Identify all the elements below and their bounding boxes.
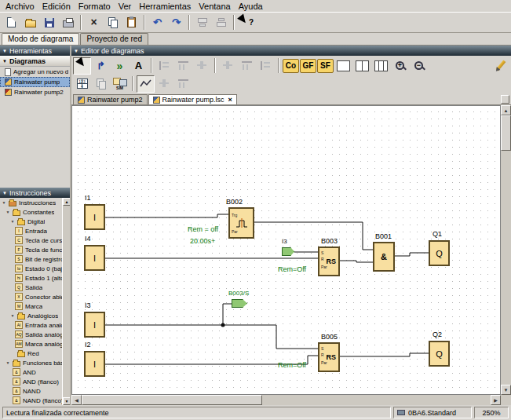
vertical-scroll-thumb[interactable] [501, 115, 511, 151]
redo-button[interactable]: ↷ [167, 14, 185, 31]
block-B001[interactable]: & [373, 242, 395, 272]
tree-item-and-flanco[interactable]: &AND (flanco) [0, 377, 62, 386]
tab-network-project[interactable]: Proyecto de red [80, 33, 148, 45]
tree-item-tecla-funcion[interactable]: FTecla de función [0, 245, 62, 254]
simulation-start-button[interactable]: » [111, 57, 129, 75]
distribute-vertical-icon [242, 61, 252, 70]
connector-tool-button[interactable]: ↱ [92, 57, 110, 75]
device-status-cell[interactable]: 0BA6.Standard [393, 407, 472, 418]
toolbar-separator [278, 58, 279, 73]
tree-item-estado-0[interactable]: loEstado 0 (bajo) [0, 264, 62, 273]
doc-tab-rainwater-pump-lsc[interactable]: Rainwater pump.lsc × [148, 94, 237, 104]
instructions-panel-header[interactable]: ▼ Instrucciones [0, 188, 70, 198]
block-I4[interactable]: I [84, 245, 105, 271]
basic-functions-gf-button[interactable]: GF [300, 59, 316, 73]
document-tab-bar: Rainwater pump2 Rainwater pump.lsc × [71, 93, 511, 105]
edit-pen-button[interactable] [491, 57, 509, 75]
tree-item-marca[interactable]: MMarca [0, 301, 62, 311]
tree-item-analogicos[interactable]: ▼Analógicos [0, 311, 62, 320]
tree-scrollbar[interactable]: ▲ ▼ [62, 198, 70, 405]
zoom-out-button[interactable]: − [410, 57, 428, 75]
menu-archivo[interactable]: Archivo [2, 2, 38, 11]
special-functions-sf-button[interactable]: SF [317, 59, 334, 73]
tree-item-conector-abierto[interactable]: XConector abiert... [0, 292, 62, 301]
view-one-pane-button[interactable] [334, 57, 352, 75]
horizontal-scrollbar[interactable]: ◀ ▶ [71, 395, 501, 405]
paste-button[interactable] [122, 14, 141, 31]
select-tool-button[interactable] [73, 57, 91, 75]
block-Q2[interactable]: Q [429, 341, 450, 367]
zoom-out-icon: − [414, 61, 423, 70]
undo-button[interactable]: ↶ [148, 14, 166, 31]
tree-item-salida-analogica[interactable]: AQSalida analógic... [0, 330, 62, 339]
open-file-button[interactable] [21, 14, 39, 31]
menu-ver[interactable]: Ver [115, 2, 136, 11]
vertical-scrollbar[interactable]: ▲ ▼ [501, 105, 511, 395]
diagram-item-rainwater-pump2[interactable]: Rainwater pump2 [0, 87, 70, 97]
block-I2[interactable]: I [84, 351, 105, 377]
simulation-sim-button[interactable]: SIM [111, 75, 129, 93]
diagram-canvas[interactable]: I1 I B002 Trg Par I4 I I3 B003 S [71, 105, 501, 395]
scroll-right-icon[interactable]: ▶ [491, 395, 501, 405]
block-B005[interactable]: S R Par RS [318, 342, 340, 372]
tree-item-and[interactable]: &AND [0, 367, 62, 377]
page-layout-button[interactable]: 1234 [73, 75, 91, 93]
context-help-button[interactable]: ? [238, 14, 256, 31]
constants-co-button[interactable]: Co [283, 59, 299, 73]
doc-tab-label: Rainwater pump2 [87, 96, 143, 104]
bring-front-button [257, 57, 275, 75]
polyline-wire-button[interactable] [137, 75, 155, 93]
menu-formato[interactable]: Formato [75, 2, 115, 11]
tools-panel-header[interactable]: ▼ Herramientas [0, 46, 70, 56]
new-file-button[interactable] [2, 14, 20, 31]
add-diagram-item[interactable]: Agregar un nuevo diagrama [0, 67, 70, 77]
close-tab-icon[interactable]: × [227, 96, 232, 104]
tree-item-bit-registro[interactable]: SBit de registro d... [0, 254, 62, 264]
tree-item-entrada-analogica[interactable]: AIEntrada analóg... [0, 320, 62, 330]
scroll-left-icon[interactable]: ◀ [71, 395, 82, 405]
tree-item-estado-1[interactable]: hiEstado 1 (alto) [0, 273, 62, 283]
tree-item-red[interactable]: Red [0, 349, 62, 358]
text-tool-button[interactable]: A [130, 57, 148, 75]
menu-herramientas[interactable]: Herramientas [135, 2, 195, 11]
tree-item-entrada[interactable]: IEntrada [0, 226, 62, 236]
tree-item-funciones-basicas[interactable]: ▼Funciones básicas [0, 358, 62, 367]
menu-ayuda[interactable]: Ayuda [235, 2, 267, 11]
block-B003[interactable]: S R Par RS [318, 247, 340, 276]
block-I3[interactable]: I [84, 312, 105, 338]
scroll-up-icon[interactable]: ▲ [501, 105, 511, 115]
view-three-pane-button[interactable] [372, 57, 390, 75]
diagram-item-rainwater-pump[interactable]: Rainwater pump [0, 77, 70, 87]
zoom-in-button[interactable]: + [391, 57, 409, 75]
tree-item-nand[interactable]: &NAND [0, 386, 62, 396]
zoom-status-cell[interactable]: 250% [474, 407, 509, 418]
scroll-up-icon[interactable]: ▲ [63, 198, 70, 206]
tree-item-instrucciones[interactable]: ▼Instrucciones [0, 198, 62, 207]
tree-item-tecla-cursor[interactable]: CTecla de cursor [0, 236, 62, 245]
copy-button[interactable] [104, 14, 122, 31]
scroll-down-icon[interactable]: ▼ [501, 385, 511, 395]
tree-item-digital[interactable]: ▼Digital [0, 217, 62, 226]
tree-item-constantes[interactable]: ▼Constantes [0, 207, 62, 217]
tree-item-marca-analogica[interactable]: AMMarca analógic... [0, 339, 62, 349]
block-I1[interactable]: I [84, 204, 105, 230]
save-button[interactable] [40, 14, 58, 31]
menu-ventana[interactable]: Ventana [195, 2, 234, 11]
tab-diagram-mode[interactable]: Modo de diagrama [2, 33, 79, 45]
scroll-down-icon[interactable]: ▼ [63, 397, 70, 405]
block-Q1[interactable]: Q [429, 240, 450, 266]
editor-panel-header[interactable]: ▼ Editor de diagramas [71, 46, 511, 56]
zoom-in-icon: + [396, 61, 404, 70]
cut-button[interactable]: × [85, 14, 103, 31]
menu-edicion[interactable]: Edición [38, 2, 75, 11]
doc-tab-rainwater-pump2[interactable]: Rainwater pump2 [73, 94, 148, 104]
tree-item-nand-flanco[interactable]: &NAND (flanco)... [0, 396, 62, 405]
block-B002[interactable]: Trg Par [228, 207, 254, 239]
horizontal-scroll-thumb[interactable] [82, 395, 262, 405]
view-two-pane-button[interactable] [353, 57, 371, 75]
split-view-button[interactable] [501, 95, 509, 104]
print-button[interactable] [59, 14, 77, 31]
block-label-B002: B002 [226, 198, 243, 206]
tree-item-salida[interactable]: QSalida [0, 283, 62, 292]
diagrams-section-header[interactable]: ▼ Diagramas [0, 56, 70, 67]
